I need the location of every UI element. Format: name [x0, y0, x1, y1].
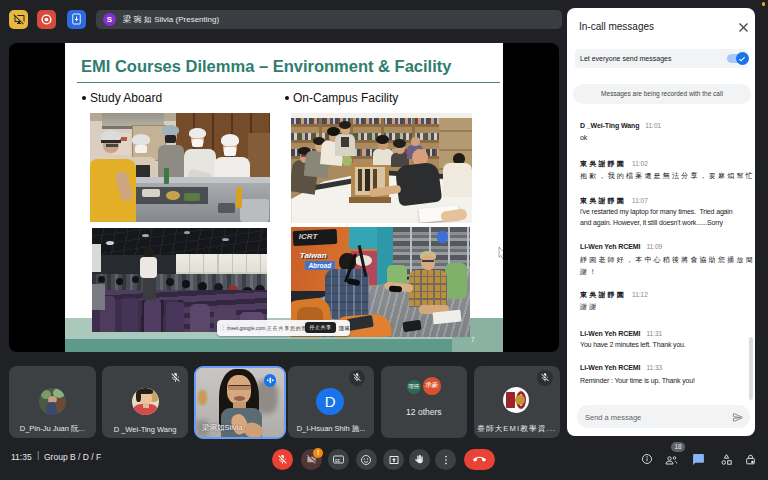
svg-text:cc: cc: [335, 458, 341, 463]
